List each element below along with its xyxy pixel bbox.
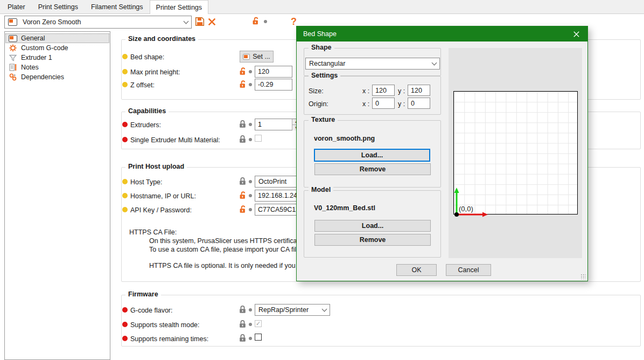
set-button-label: Set ...: [253, 53, 270, 60]
dependencies-icon: [8, 73, 17, 81]
locked-padlock-icon[interactable]: [239, 120, 247, 128]
group-title: Size and coordinates: [125, 35, 198, 43]
gcode-flavor-value: RepRap/Sprinter: [258, 306, 323, 314]
close-icon: [573, 31, 579, 37]
semm-checkbox[interactable]: [255, 135, 262, 142]
hostname-label: Hostname, IP or URL:: [130, 192, 196, 200]
stealth-mode-checkbox[interactable]: [255, 320, 262, 327]
tab-printer-settings[interactable]: Printer Settings: [150, 0, 208, 14]
dialog-title: Bed Shape: [303, 30, 337, 38]
lock-all-toggle[interactable]: [252, 16, 267, 27]
main-tab-bar: Plater Print Settings Filament Settings …: [0, 0, 644, 14]
value-state-dot: [249, 123, 252, 126]
api-key-label: API Key / Password:: [130, 206, 192, 214]
ok-button-label: OK: [411, 266, 421, 274]
chevron-down-icon: [432, 60, 437, 65]
tab-filament-settings[interactable]: Filament Settings: [85, 1, 150, 13]
sidebar-item-extruder-1[interactable]: Extruder 1: [5, 53, 109, 63]
locked-padlock-icon[interactable]: [239, 306, 247, 314]
group-title: Firmware: [125, 290, 161, 298]
shape-value: Rectangular: [309, 60, 432, 67]
sidebar-item-dependencies[interactable]: Dependencies: [5, 72, 109, 82]
modified-bullet-icon: [122, 69, 128, 74]
y-label: y :: [398, 100, 405, 108]
stealth-mode-label: Supports stealth mode:: [130, 321, 200, 329]
gear-icon: [8, 44, 17, 52]
load-button-label: Load...: [362, 222, 383, 230]
gcode-flavor-select[interactable]: RepRap/Sprinter: [255, 304, 330, 316]
size-y-input[interactable]: [408, 85, 430, 96]
help-button[interactable]: ?: [291, 16, 297, 27]
sidebar-item-label: Notes: [21, 64, 39, 71]
load-button-label: Load...: [361, 151, 383, 159]
sidebar-item-custom-gcode[interactable]: Custom G-code: [5, 43, 109, 53]
texture-group-title: Texture: [309, 116, 338, 123]
dialog-close-button[interactable]: [565, 26, 587, 41]
semm-label: Single Extruder Multi Material:: [130, 136, 220, 144]
save-preset-button[interactable]: [195, 16, 205, 27]
y-label: y :: [398, 87, 405, 95]
dialog-title-bar[interactable]: Bed Shape: [297, 26, 587, 41]
value-state-dot: [249, 138, 252, 141]
origin-label: Origin:: [309, 100, 328, 108]
unlocked-padlock-icon[interactable]: [239, 80, 247, 88]
size-x-input[interactable]: [372, 85, 395, 96]
max-print-height-input[interactable]: [255, 66, 292, 78]
system-value-bullet-icon: [122, 122, 128, 127]
remaining-times-label: Supports remaining times:: [130, 335, 208, 343]
extruders-input[interactable]: [255, 119, 292, 130]
system-value-bullet-icon: [122, 336, 128, 341]
unlocked-padlock-icon[interactable]: [239, 67, 247, 75]
chevron-down-icon: [322, 306, 327, 311]
model-load-button[interactable]: Load...: [314, 220, 431, 232]
sidebar-item-label: Custom G-code: [21, 44, 68, 52]
cancel-button[interactable]: Cancel: [446, 264, 491, 276]
texture-remove-button[interactable]: Remove: [314, 163, 431, 175]
locked-padlock-icon[interactable]: [239, 320, 247, 328]
https-ca-line3: HTTPS CA file is optional. It is only ne…: [149, 262, 301, 269]
value-state-dot: [249, 323, 252, 326]
remove-button-label: Remove: [360, 236, 386, 244]
locked-padlock-icon[interactable]: [239, 177, 247, 185]
host-type-label: Host Type:: [130, 178, 163, 186]
modified-bullet-icon: [122, 193, 128, 198]
delete-x-icon: [207, 17, 216, 26]
unlocked-padlock-icon[interactable]: [239, 191, 247, 199]
ok-button[interactable]: OK: [396, 264, 437, 276]
z-offset-input[interactable]: [255, 79, 292, 91]
size-label: Size:: [309, 87, 324, 95]
value-state-dot: [249, 194, 252, 197]
sidebar-item-label: Dependencies: [21, 73, 64, 81]
tab-plater[interactable]: Plater: [1, 1, 32, 13]
texture-load-button[interactable]: Load...: [314, 149, 430, 162]
delete-preset-button[interactable]: [207, 16, 216, 27]
model-remove-button[interactable]: Remove: [314, 234, 431, 246]
locked-padlock-icon[interactable]: [239, 334, 247, 342]
https-ca-title: HTTPS CA File:: [129, 229, 177, 236]
unlocked-padlock-icon: [252, 17, 260, 27]
system-value-bullet-icon: [122, 137, 128, 142]
max-print-height-label: Max print height:: [130, 68, 180, 76]
origin-y-input[interactable]: [408, 98, 430, 109]
value-state-dot: [249, 337, 252, 340]
resize-grip[interactable]: [580, 274, 586, 279]
origin-x-input[interactable]: [372, 98, 395, 109]
remaining-times-checkbox[interactable]: [255, 334, 262, 341]
bed-shape-set-button[interactable]: Set ...: [240, 51, 274, 63]
printer-preset-icon: [8, 18, 17, 26]
sidebar-item-general[interactable]: General: [5, 33, 109, 43]
sidebar-item-notes[interactable]: Notes: [5, 63, 109, 72]
locked-padlock-icon[interactable]: [239, 135, 247, 143]
value-state-dot: [249, 70, 252, 73]
remove-button-label: Remove: [360, 165, 386, 173]
unlocked-padlock-icon[interactable]: [239, 205, 247, 213]
extruders-spinner[interactable]: ▲▼: [255, 119, 300, 130]
origin-coordinates-label: (0,0): [459, 205, 473, 213]
system-value-bullet-icon: [122, 322, 128, 327]
bed-shape-label: Bed shape:: [130, 53, 164, 61]
tab-print-settings[interactable]: Print Settings: [32, 1, 85, 13]
x-label: x :: [362, 87, 369, 95]
model-group-title: Model: [309, 186, 333, 193]
shape-select[interactable]: Rectangular: [305, 58, 440, 70]
printer-preset-combobox[interactable]: Voron Zero Smooth: [4, 16, 192, 29]
